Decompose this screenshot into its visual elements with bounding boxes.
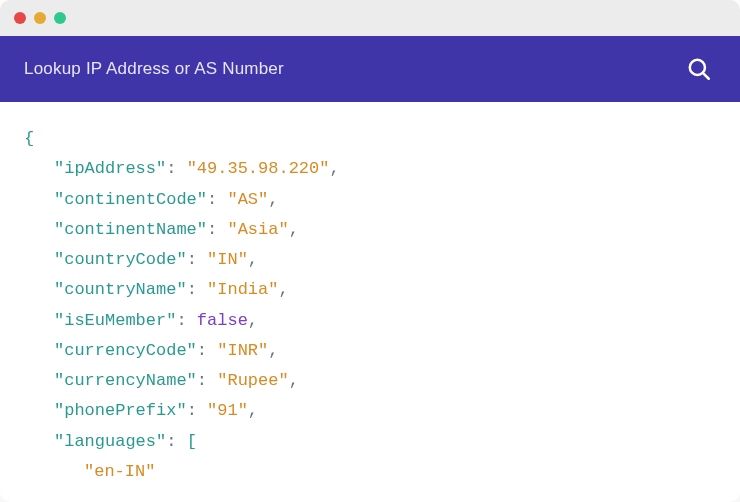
json-colon: :	[187, 280, 207, 299]
json-colon: :	[166, 432, 186, 451]
json-key: "countryName"	[54, 280, 187, 299]
minimize-icon[interactable]	[34, 12, 46, 24]
code-line: "currencyName": "Rupee",	[24, 366, 716, 396]
json-value: "Asia"	[227, 220, 288, 239]
json-key: "currencyName"	[54, 371, 197, 390]
json-value: "Rupee"	[217, 371, 288, 390]
json-brace: {	[24, 129, 34, 148]
code-line: "languages": [	[24, 427, 716, 457]
code-line: {	[24, 124, 716, 154]
code-line: "en-IN"	[24, 457, 716, 487]
json-response: {"ipAddress": "49.35.98.220","continentC…	[0, 102, 740, 502]
close-icon[interactable]	[14, 12, 26, 24]
json-colon: :	[166, 159, 186, 178]
json-colon: :	[197, 371, 217, 390]
json-value: "91"	[207, 401, 248, 420]
json-comma: ,	[289, 220, 299, 239]
json-value: "en-IN"	[84, 462, 155, 481]
code-line: "continentCode": "AS",	[24, 185, 716, 215]
json-comma: ,	[248, 311, 258, 330]
titlebar	[0, 0, 740, 36]
json-key: "ipAddress"	[54, 159, 166, 178]
code-line: "continentName": "Asia",	[24, 215, 716, 245]
code-line: "ipAddress": "49.35.98.220",	[24, 154, 716, 184]
json-colon: :	[207, 220, 227, 239]
json-colon: :	[207, 190, 227, 209]
json-value: false	[197, 311, 248, 330]
json-value: "IN"	[207, 250, 248, 269]
app-window: {"ipAddress": "49.35.98.220","continentC…	[0, 0, 740, 502]
json-key: "continentCode"	[54, 190, 207, 209]
json-comma: ,	[268, 190, 278, 209]
search-input[interactable]	[24, 59, 682, 79]
json-comma: ,	[268, 341, 278, 360]
json-key: "phonePrefix"	[54, 401, 187, 420]
json-comma: ,	[248, 401, 258, 420]
code-line: "isEuMember": false,	[24, 306, 716, 336]
code-line: "phonePrefix": "91",	[24, 396, 716, 426]
json-comma: ,	[278, 280, 288, 299]
json-value: "49.35.98.220"	[187, 159, 330, 178]
json-value: "INR"	[217, 341, 268, 360]
json-colon: :	[197, 341, 217, 360]
json-key: "currencyCode"	[54, 341, 197, 360]
json-colon: :	[187, 250, 207, 269]
json-colon: :	[187, 401, 207, 420]
svg-line-1	[703, 73, 709, 79]
json-key: "continentName"	[54, 220, 207, 239]
json-key: "languages"	[54, 432, 166, 451]
search-icon	[686, 56, 712, 82]
code-line: "countryName": "India",	[24, 275, 716, 305]
json-comma: ,	[329, 159, 339, 178]
json-value: "India"	[207, 280, 278, 299]
search-button[interactable]	[682, 52, 716, 86]
json-bracket: [	[187, 432, 197, 451]
json-comma: ,	[248, 250, 258, 269]
json-comma: ,	[289, 371, 299, 390]
json-key: "countryCode"	[54, 250, 187, 269]
code-line: "countryCode": "IN",	[24, 245, 716, 275]
search-bar	[0, 36, 740, 102]
zoom-icon[interactable]	[54, 12, 66, 24]
json-value: "AS"	[227, 190, 268, 209]
json-key: "isEuMember"	[54, 311, 176, 330]
code-line: "currencyCode": "INR",	[24, 336, 716, 366]
json-colon: :	[176, 311, 196, 330]
